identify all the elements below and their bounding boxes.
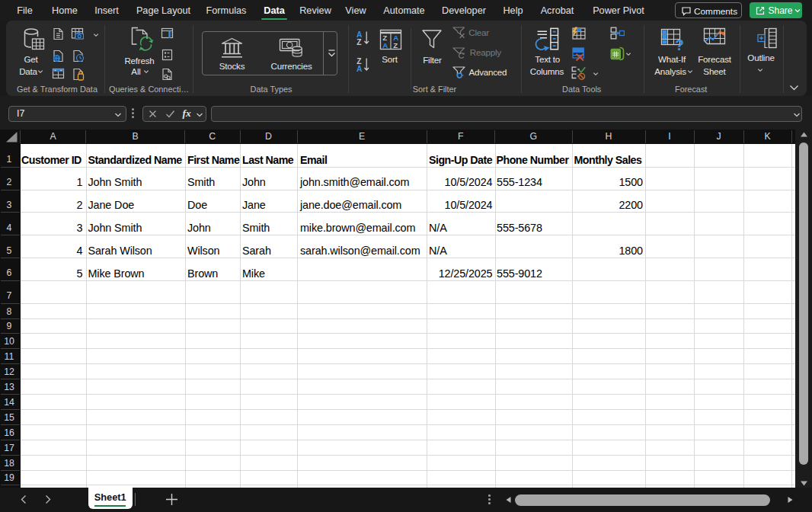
svg-text:?: ? (675, 37, 684, 50)
svg-text:Z: Z (356, 38, 361, 46)
svg-text:A: A (382, 40, 388, 49)
svg-text:A: A (356, 65, 363, 72)
svg-text:Z: Z (393, 40, 398, 49)
